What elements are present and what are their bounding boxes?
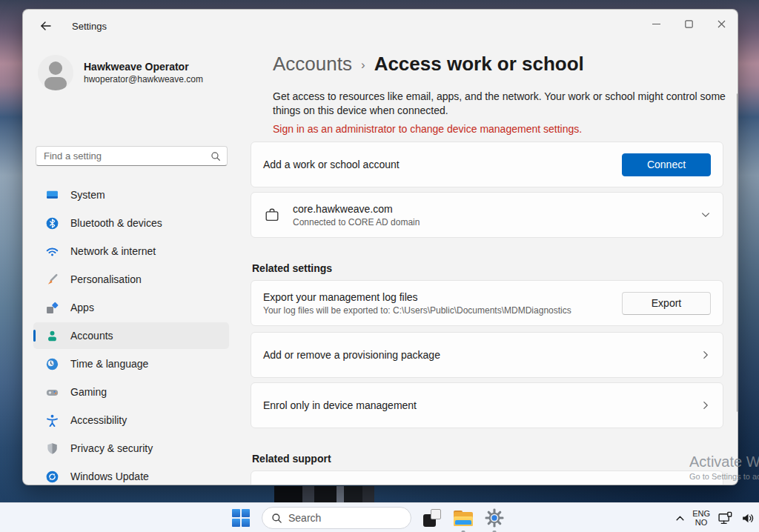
add-account-card: Add a work or school account Connect [251, 142, 723, 187]
sidebar-item-label: Accessibility [70, 414, 127, 426]
sidebar-item-personalisation[interactable]: Personalisation [33, 266, 229, 293]
start-button[interactable] [231, 508, 251, 528]
sidebar-item-accessibility[interactable]: Accessibility [33, 407, 229, 433]
chevron-down-icon[interactable] [700, 210, 711, 220]
sidebar-item-label: Apps [70, 302, 94, 313]
breadcrumb-accounts[interactable]: Accounts [273, 53, 352, 76]
bluetooth-icon [45, 216, 59, 230]
sidebar: Hawkweave Operator hwoperator@hawkweave.… [23, 42, 239, 485]
accounts-icon [45, 329, 59, 342]
search-icon [271, 513, 282, 524]
minimize-icon [652, 20, 660, 28]
apps-icon [45, 301, 59, 314]
avatar [38, 55, 73, 90]
minimize-button[interactable] [640, 10, 672, 38]
sidebar-item-label: Privacy & security [70, 442, 153, 454]
taskbar: ENG NO [0, 502, 759, 532]
vertical-scrollbar[interactable] [737, 93, 738, 412]
sidebar-item-label: Gaming [70, 386, 107, 398]
connect-button[interactable]: Connect [622, 153, 711, 176]
related-settings-heading: Related settings [252, 262, 332, 274]
desktop-photo-strip [274, 486, 374, 502]
chevron-right-icon [700, 350, 711, 360]
page-description: Get access to resources like email, apps… [273, 90, 738, 118]
main-content: Accounts › Access work or school Get acc… [251, 42, 723, 485]
time-language-icon [45, 357, 59, 370]
windows-update-icon [45, 470, 59, 483]
sidebar-item-system[interactable]: System [33, 182, 229, 208]
maximize-icon [685, 20, 693, 28]
task-view-button[interactable] [422, 508, 443, 528]
sidebar-item-accounts[interactable]: Accounts [33, 322, 229, 349]
domain-card[interactable]: core.hawkweave.com Connected to CORE AD … [251, 192, 723, 238]
breadcrumb-separator: › [361, 56, 365, 73]
sidebar-item-label: Network & internet [70, 245, 156, 257]
provisioning-package-card[interactable]: Add or remove a provisioning package [251, 332, 723, 378]
sidebar-item-bluetooth-devices[interactable]: Bluetooth & devices [33, 210, 229, 236]
user-email: hwoperator@hawkweave.com [84, 74, 203, 84]
network-tray-icon[interactable] [717, 511, 733, 526]
windows-logo-icon [232, 509, 250, 527]
user-profile[interactable]: Hawkweave Operator hwoperator@hawkweave.… [38, 55, 203, 90]
find-setting-input[interactable] [44, 150, 211, 162]
file-explorer-icon [454, 511, 473, 526]
enrol-device-management-card[interactable]: Enrol only in device management [251, 382, 723, 428]
paintbrush-icon [45, 273, 59, 286]
user-name: Hawkweave Operator [84, 61, 203, 73]
provisioning-label: Add or remove a provisioning package [263, 349, 440, 361]
sidebar-item-privacy-security[interactable]: Privacy & security [33, 435, 229, 462]
sidebar-item-label: Bluetooth & devices [70, 217, 162, 229]
sidebar-item-label: Time & language [70, 358, 148, 370]
chevron-right-icon [700, 400, 711, 410]
export-button[interactable]: Export [622, 292, 711, 315]
titlebar: Settings [23, 10, 738, 42]
add-account-label: Add a work or school account [263, 159, 400, 170]
app-title: Settings [72, 21, 107, 32]
sidebar-item-label: Personalisation [70, 273, 142, 285]
taskbar-search-input[interactable] [288, 512, 422, 524]
sidebar-nav: System Bluetooth & devices Network & int… [33, 182, 229, 485]
find-setting-box [36, 146, 228, 166]
gear-icon [485, 508, 504, 528]
sidebar-item-label: Accounts [70, 330, 113, 342]
close-button[interactable] [705, 10, 738, 38]
volume-icon[interactable] [740, 511, 756, 526]
sidebar-item-time-language[interactable]: Time & language [33, 350, 229, 377]
shield-icon [45, 442, 59, 455]
taskbar-search-box[interactable] [262, 507, 411, 529]
close-icon [717, 20, 726, 28]
back-arrow-icon [40, 20, 52, 32]
accessibility-icon [45, 413, 59, 427]
system-icon [45, 188, 59, 202]
briefcase-icon [263, 206, 281, 224]
language-indicator[interactable]: ENG NO [692, 509, 710, 527]
desktop: { "titlebar": { "app_title": "Settings" … [0, 0, 759, 532]
task-view-icon [422, 508, 442, 528]
domain-name: core.hawkweave.com [293, 203, 420, 215]
export-logs-card: Export your management log files Your lo… [251, 280, 723, 326]
file-explorer-button[interactable] [453, 508, 474, 528]
sidebar-item-label: Windows Update [70, 471, 149, 482]
export-logs-title: Export your management log files [263, 291, 571, 303]
search-icon [211, 151, 221, 162]
wifi-icon [45, 245, 59, 258]
enrol-label: Enrol only in device management [263, 399, 417, 411]
language-line2: NO [692, 518, 710, 527]
sidebar-item-windows-update[interactable]: Windows Update [33, 463, 229, 485]
maximize-button[interactable] [672, 10, 705, 38]
admin-warning-text: Sign in as an administrator to change de… [273, 123, 582, 135]
related-support-card[interactable] [251, 471, 723, 485]
sidebar-item-gaming[interactable]: Gaming [33, 379, 229, 405]
page-title: Access work or school [374, 53, 584, 76]
gamepad-icon [45, 385, 59, 399]
settings-app-button[interactable] [484, 508, 505, 528]
tray-chevron-up-icon[interactable] [675, 513, 685, 523]
breadcrumb: Accounts › Access work or school [273, 53, 584, 76]
export-logs-path: Your log files will be exported to: C:\U… [263, 305, 571, 316]
sidebar-item-label: System [70, 189, 105, 201]
sidebar-item-network-internet[interactable]: Network & internet [33, 238, 229, 265]
sidebar-item-apps[interactable]: Apps [33, 294, 229, 321]
language-line1: ENG [692, 509, 710, 518]
back-button[interactable] [35, 15, 57, 37]
domain-status: Connected to CORE AD domain [293, 217, 420, 227]
